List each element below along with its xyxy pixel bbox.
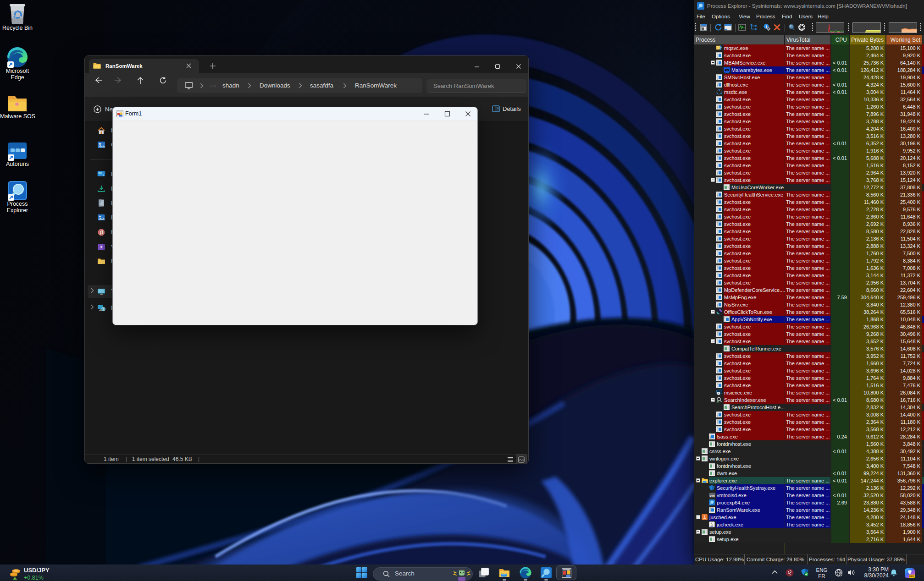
- svg-text:PRE: PRE: [909, 575, 915, 578]
- svg-text:vm: vm: [710, 493, 715, 498]
